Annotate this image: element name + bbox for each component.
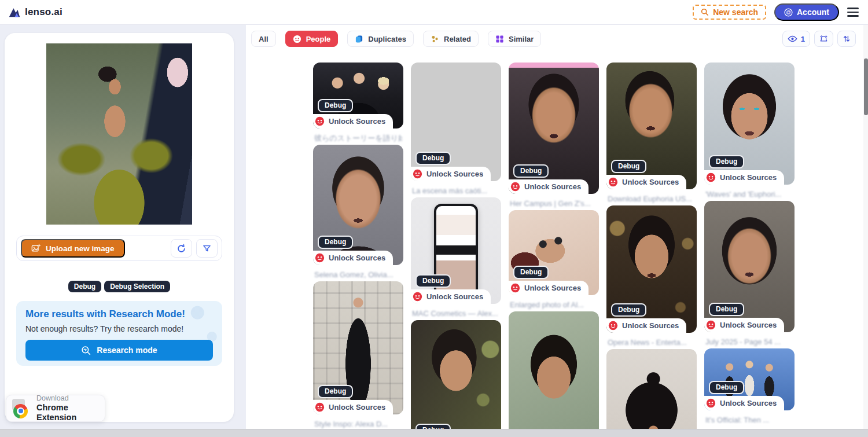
- unlock-sources-button[interactable]: Unlock Sources: [704, 396, 784, 410]
- refresh-button[interactable]: [171, 239, 192, 258]
- debug-badge[interactable]: Debug: [68, 281, 101, 292]
- result-tile[interactable]: Debug Unlock Sources Download Euphoria U…: [606, 63, 697, 205]
- result-tile[interactable]: Debug Unlock Sources La escena más caóti…: [411, 63, 501, 197]
- result-image[interactable]: Debug Unlock Sources: [509, 63, 599, 194]
- debug-badge[interactable]: Debug: [318, 385, 353, 398]
- debug-badge[interactable]: Debug: [611, 160, 646, 173]
- unlock-sources-label: Unlock Sources: [720, 173, 777, 182]
- result-image[interactable]: Debug Unlock Sources: [606, 63, 697, 189]
- debug-badge[interactable]: Debug: [611, 303, 646, 317]
- debug-badge[interactable]: Debug: [513, 266, 549, 279]
- scrollbar-thumb[interactable]: [864, 58, 868, 115]
- face-circle-icon: [510, 182, 520, 192]
- upload-new-image-button[interactable]: Upload new image: [21, 239, 125, 258]
- result-tile[interactable]: Debug Unlock Sources Enlarged photo of A…: [509, 210, 599, 311]
- result-tile[interactable]: Debug Unlock Sources Selena Gomez, Olivi…: [313, 145, 403, 281]
- result-image[interactable]: Debug Unlock Sources: [313, 63, 403, 128]
- unlock-sources-label: Unlock Sources: [329, 117, 385, 126]
- result-image[interactable]: Debug Unlock Sources: [313, 145, 403, 265]
- result-caption: La escena más caóti...: [412, 186, 500, 196]
- unlock-sources-button[interactable]: Unlock Sources: [411, 167, 491, 181]
- result-tile[interactable]: Debug Unlock Sources July 2025 - Page 54…: [704, 201, 795, 348]
- chrome-extension-card[interactable]: Download Chrome Extension: [6, 395, 105, 422]
- result-caption: Opera News - Enterta...: [608, 338, 696, 347]
- result-image[interactable]: Debug Unlock Sources: [704, 348, 795, 410]
- debug-badge[interactable]: Debug: [513, 164, 549, 178]
- result-image[interactable]: Debug Unlock Sources: [411, 197, 501, 304]
- menu-icon[interactable]: [847, 8, 859, 17]
- result-tile[interactable]: Debug Unlock Sources Style Inspo: Alexa …: [313, 281, 403, 429]
- result-tile[interactable]: Debug Unlock Sources Opera News - Entert…: [606, 205, 697, 349]
- filter-button[interactable]: [196, 239, 218, 258]
- face-circle-icon: [706, 398, 716, 408]
- result-image[interactable]: Debug Unlock Sources: [606, 349, 697, 429]
- debug-selection-badge[interactable]: Debug Selection: [104, 281, 170, 292]
- tab-all[interactable]: All: [251, 31, 276, 47]
- unlock-sources-label: Unlock Sources: [329, 254, 385, 262]
- debug-badge[interactable]: Debug: [415, 274, 451, 288]
- result-tile[interactable]: Debug Unlock Sources 'Waves' and 'Euphor…: [704, 63, 795, 201]
- result-caption: Her Campus | Gen Z's...: [510, 199, 598, 208]
- results-area: All People Duplicates Related: [246, 25, 863, 429]
- unlock-sources-button[interactable]: Unlock Sources: [313, 251, 393, 265]
- alerts-button[interactable]: [814, 31, 833, 47]
- result-image[interactable]: Debug Unlock Sources: [411, 320, 501, 429]
- sort-button[interactable]: [837, 31, 856, 47]
- research-mode-label: Research mode: [97, 346, 157, 355]
- bell-icon: [819, 35, 828, 43]
- result-tile[interactable]: Debug Unlock Sources Her Campus | Gen Z'…: [509, 63, 599, 210]
- tab-related[interactable]: Related: [423, 31, 479, 47]
- lenso-logo-icon: [8, 7, 21, 18]
- vertical-scrollbar[interactable]: [863, 25, 868, 429]
- views-counter-button[interactable]: 1: [782, 31, 810, 47]
- result-tile[interactable]: Debug Unlock Sources 彼らのストーリーを語り始め...: [313, 63, 403, 145]
- related-dots-icon: [431, 35, 439, 43]
- top-bar: lenso.ai New search @ Account: [0, 0, 868, 25]
- unlock-sources-button[interactable]: Unlock Sources: [411, 289, 491, 304]
- unlock-sources-button[interactable]: Unlock Sources: [606, 175, 686, 189]
- tab-duplicates[interactable]: Duplicates: [347, 31, 414, 47]
- debug-badge[interactable]: Debug: [415, 424, 451, 429]
- tab-similar[interactable]: Similar: [488, 31, 541, 47]
- unlock-sources-button[interactable]: Unlock Sources: [704, 170, 784, 185]
- unlock-sources-button[interactable]: Unlock Sources: [313, 114, 393, 128]
- unlock-sources-button[interactable]: Unlock Sources: [509, 281, 589, 295]
- face-circle-icon: [608, 321, 618, 330]
- face-circle-icon: [608, 177, 618, 187]
- logo[interactable]: lenso.ai: [8, 6, 62, 18]
- unlock-sources-button[interactable]: Unlock Sources: [704, 318, 784, 332]
- debug-badge[interactable]: Debug: [318, 236, 353, 249]
- debug-badge[interactable]: Debug: [709, 155, 744, 168]
- refresh-icon: [176, 244, 186, 254]
- result-image[interactable]: Debug Unlock Sources: [509, 311, 599, 429]
- new-search-button[interactable]: New search: [693, 5, 766, 20]
- tab-people[interactable]: People: [285, 31, 339, 47]
- result-image[interactable]: Debug Unlock Sources: [704, 63, 795, 185]
- account-button[interactable]: @ Account: [774, 3, 839, 21]
- upload-new-image-label: Upload new image: [46, 244, 115, 253]
- debug-badge[interactable]: Debug: [709, 303, 744, 316]
- result-image[interactable]: Debug Unlock Sources: [509, 210, 599, 295]
- horizontal-scrollbar[interactable]: [0, 429, 868, 437]
- research-title: More results with Research Mode!: [25, 309, 213, 320]
- chrome-icon: [12, 399, 31, 418]
- result-image[interactable]: Debug Unlock Sources: [606, 205, 697, 333]
- result-image[interactable]: Debug Unlock Sources: [704, 201, 795, 332]
- result-image[interactable]: Debug Unlock Sources: [411, 63, 501, 181]
- result-tile[interactable]: Debug Unlock Sources: [606, 349, 697, 429]
- face-circle-icon: [315, 402, 325, 412]
- result-image[interactable]: Debug Unlock Sources: [313, 281, 403, 414]
- unlock-sources-button[interactable]: Unlock Sources: [313, 400, 393, 414]
- debug-badge[interactable]: Debug: [415, 152, 451, 165]
- unlock-sources-button[interactable]: Unlock Sources: [606, 318, 686, 333]
- tab-all-label: All: [259, 35, 269, 43]
- result-tile[interactable]: Debug Unlock Sources It's Official: Then…: [704, 348, 795, 427]
- result-tile[interactable]: Debug Unlock Sources MAC Cosmetics — Ale…: [411, 197, 501, 320]
- research-mode-button[interactable]: Research mode: [25, 340, 213, 361]
- debug-badge[interactable]: Debug: [318, 99, 353, 112]
- debug-badge[interactable]: Debug: [709, 381, 744, 394]
- unlock-sources-button[interactable]: Unlock Sources: [509, 179, 589, 194]
- result-tile[interactable]: Debug Unlock Sources: [509, 311, 599, 429]
- results-controls: 1: [782, 31, 856, 47]
- result-tile[interactable]: Debug Unlock Sources: [411, 320, 501, 429]
